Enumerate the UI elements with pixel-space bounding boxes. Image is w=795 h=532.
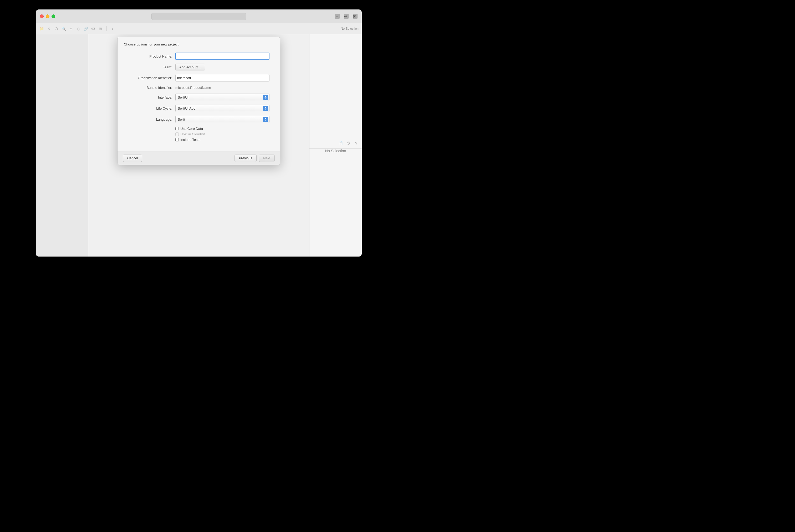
org-identifier-label: Organization Identifier: [128,76,175,80]
toolbar-divider [106,26,107,31]
interface-row: Interface: SwiftUI Storyboard [128,94,269,101]
scheme-icon[interactable]: ⬡ [54,26,59,31]
add-icon[interactable]: ＋ [335,14,340,19]
titlebar-center [151,13,246,20]
tag-icon[interactable]: 🏷 [91,26,96,31]
lifecycle-label: Life Cycle: [128,107,175,110]
dialog-header: Choose options for your new project: [117,37,280,46]
titlebar-right: ＋ ↩ ⊡ [335,14,358,19]
warn-icon[interactable]: ⚠ [68,26,74,31]
inspector-header: 📄 ⏱ ? [309,138,362,149]
product-name-row: Product Name: [128,53,269,60]
product-name-field [175,53,269,60]
dialog-overlay: Choose options for your new project: Pro… [88,34,309,256]
dialog-body: Product Name: Team: Add account... [117,46,280,151]
team-label: Team: [128,65,175,69]
language-select[interactable]: Swift Objective-C [175,116,269,123]
next-button: Next [259,155,275,162]
team-field: Add account... [175,63,269,71]
product-name-input[interactable] [175,53,269,60]
add-account-button[interactable]: Add account... [175,63,205,71]
bundle-identifier-field: microsoft.ProductName [175,85,269,90]
team-row: Team: Add account... [128,63,269,71]
org-identifier-input[interactable] [175,74,269,81]
layout-icon[interactable]: ⊡ [353,14,358,19]
toolbar: 📁 ✕ ⬡ 🔍 ⚠ ◇ 🔗 🏷 ⊞ ‹ No Selection [36,23,362,34]
link-icon[interactable]: 🔗 [83,26,88,31]
host-cloudkit-row: Host in CloudKit [128,132,269,136]
lifecycle-select[interactable]: SwiftUI App UIKit App Delegate [175,104,269,112]
dialog-footer: Cancel Previous Next [117,151,280,165]
use-core-data-row: Use Core Data [128,127,269,131]
bundle-identifier-value: microsoft.ProductName [175,84,211,91]
include-tests-checkbox[interactable] [175,138,179,141]
include-tests-row: Include Tests [128,138,269,142]
language-select-wrapper: Swift Objective-C [175,116,269,123]
no-selection-label: No Selection [341,27,359,31]
folder-icon[interactable]: 📁 [39,26,44,31]
product-name-label: Product Name: [128,54,175,58]
footer-right: Previous Next [234,155,275,162]
lifecycle-row: Life Cycle: SwiftUI App UIKit App Delega… [128,104,269,112]
new-project-dialog: Choose options for your new project: Pro… [117,37,280,165]
interface-field: SwiftUI Storyboard [175,94,269,101]
editor-area: Choose options for your new project: Pro… [88,34,309,256]
previous-button[interactable]: Previous [234,155,257,162]
grid-icon[interactable]: ⊞ [98,26,103,31]
host-cloudkit-checkbox [175,132,179,136]
include-tests-label: Include Tests [181,138,200,142]
interface-label: Interface: [128,95,175,99]
main-window: ＋ ↩ ⊡ 📁 ✕ ⬡ 🔍 ⚠ ◇ 🔗 🏷 ⊞ ‹ No Selection [36,10,362,256]
language-field: Swift Objective-C [175,116,269,123]
org-identifier-row: Organization Identifier: [128,74,269,81]
diamond-icon[interactable]: ◇ [76,26,81,31]
bundle-identifier-row: Bundle Identifier: microsoft.ProductName [128,85,269,90]
right-panel: 📄 ⏱ ? No Selection [309,34,362,256]
traffic-lights [40,15,55,18]
dialog-title: Choose options for your new project: [124,42,179,46]
language-label: Language: [128,117,175,121]
right-panel-no-selection: No Selection [325,149,346,153]
help-icon[interactable]: ? [354,141,359,146]
close-button[interactable] [40,15,44,18]
main-content: Choose options for your new project: Pro… [36,34,362,256]
stop-icon[interactable]: ✕ [46,26,52,31]
file-icon[interactable]: 📄 [338,141,343,146]
history-icon[interactable]: ⏱ [346,141,351,146]
host-cloudkit-label: Host in CloudKit [181,132,205,136]
return-icon[interactable]: ↩ [344,14,348,19]
cancel-button[interactable]: Cancel [123,155,142,162]
org-identifier-field [175,74,269,81]
language-row: Language: Swift Objective-C [128,116,269,123]
interface-select-wrapper: SwiftUI Storyboard [175,94,269,101]
use-core-data-checkbox[interactable] [175,127,179,130]
maximize-button[interactable] [52,15,55,18]
sidebar [36,34,88,256]
interface-select[interactable]: SwiftUI Storyboard [175,94,269,101]
search-icon[interactable]: 🔍 [61,26,66,31]
use-core-data-label: Use Core Data [181,127,203,131]
titlebar-search [151,13,246,20]
minimize-button[interactable] [46,15,50,18]
bundle-identifier-label: Bundle Identifier: [128,86,175,90]
lifecycle-field: SwiftUI App UIKit App Delegate [175,104,269,112]
lifecycle-select-wrapper: SwiftUI App UIKit App Delegate [175,104,269,112]
titlebar: ＋ ↩ ⊡ [36,10,362,23]
chevron-left-icon[interactable]: ‹ [110,26,115,31]
